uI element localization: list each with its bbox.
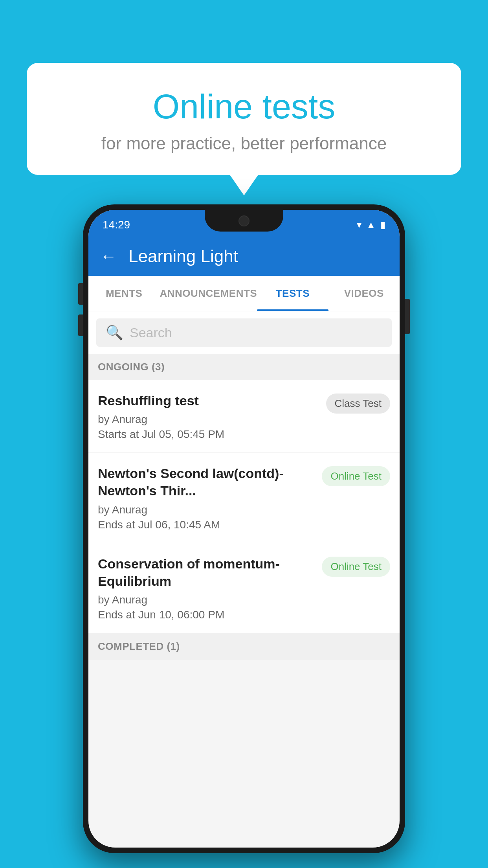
app-bar: ← Learning Light bbox=[88, 237, 400, 276]
power-button bbox=[405, 299, 410, 334]
signal-icon: ▲ bbox=[366, 219, 376, 230]
back-button[interactable]: ← bbox=[100, 247, 117, 266]
promo-bubble: Online tests for more practice, better p… bbox=[27, 63, 461, 175]
status-icons: ▾ ▲ ▮ bbox=[357, 219, 385, 230]
search-icon: 🔍 bbox=[106, 324, 123, 341]
bubble-title: Online tests bbox=[46, 86, 442, 127]
search-container: 🔍 Search bbox=[88, 311, 400, 354]
bubble-subtitle: for more practice, better performance bbox=[46, 134, 442, 153]
test-badge-2: Online Test bbox=[322, 466, 390, 486]
test-date-1: Starts at Jul 05, 05:45 PM bbox=[98, 428, 318, 441]
front-camera bbox=[238, 215, 250, 226]
tab-bar: MENTS ANNOUNCEMENTS TESTS VIDEOS bbox=[88, 276, 400, 311]
test-item-2[interactable]: Newton's Second law(contd)-Newton's Thir… bbox=[88, 453, 400, 543]
test-name-3: Conservation of momentum-Equilibrium bbox=[98, 555, 314, 590]
search-input[interactable]: Search bbox=[130, 325, 172, 340]
test-by-2: by Anurag bbox=[98, 504, 314, 516]
search-bar[interactable]: 🔍 Search bbox=[96, 318, 392, 347]
test-badge-3: Online Test bbox=[322, 557, 390, 577]
tab-ments[interactable]: MENTS bbox=[88, 276, 160, 311]
test-date-3: Ends at Jun 10, 06:00 PM bbox=[98, 609, 314, 621]
test-info-1: Reshuffling test by Anurag Starts at Jul… bbox=[98, 392, 326, 441]
phone-frame: 14:29 ▾ ▲ ▮ ← Learning Light MENTS ANNOU… bbox=[83, 204, 405, 853]
tab-tests[interactable]: TESTS bbox=[257, 276, 328, 311]
status-time: 14:29 bbox=[103, 219, 130, 231]
tab-announcements[interactable]: ANNOUNCEMENTS bbox=[160, 276, 257, 311]
phone-notch bbox=[205, 210, 283, 232]
test-name-2: Newton's Second law(contd)-Newton's Thir… bbox=[98, 465, 314, 499]
volume-down-button bbox=[78, 314, 83, 336]
test-by-1: by Anurag bbox=[98, 413, 318, 426]
battery-icon: ▮ bbox=[380, 219, 385, 230]
completed-section-header: COMPLETED (1) bbox=[88, 633, 400, 660]
wifi-icon: ▾ bbox=[357, 219, 361, 230]
test-info-3: Conservation of momentum-Equilibrium by … bbox=[98, 555, 322, 621]
test-by-3: by Anurag bbox=[98, 594, 314, 606]
test-info-2: Newton's Second law(contd)-Newton's Thir… bbox=[98, 465, 322, 531]
test-name-1: Reshuffling test bbox=[98, 392, 318, 409]
test-badge-1: Class Test bbox=[326, 394, 390, 414]
tab-videos[interactable]: VIDEOS bbox=[328, 276, 400, 311]
app-title: Learning Light bbox=[128, 246, 238, 266]
test-item-3[interactable]: Conservation of momentum-Equilibrium by … bbox=[88, 543, 400, 633]
test-item-1[interactable]: Reshuffling test by Anurag Starts at Jul… bbox=[88, 380, 400, 453]
test-date-2: Ends at Jul 06, 10:45 AM bbox=[98, 519, 314, 531]
phone-mockup: 14:29 ▾ ▲ ▮ ← Learning Light MENTS ANNOU… bbox=[83, 204, 405, 853]
test-list: Reshuffling test by Anurag Starts at Jul… bbox=[88, 380, 400, 633]
volume-up-button bbox=[78, 283, 83, 305]
ongoing-section-header: ONGOING (3) bbox=[88, 354, 400, 380]
phone-screen: 14:29 ▾ ▲ ▮ ← Learning Light MENTS ANNOU… bbox=[88, 210, 400, 848]
